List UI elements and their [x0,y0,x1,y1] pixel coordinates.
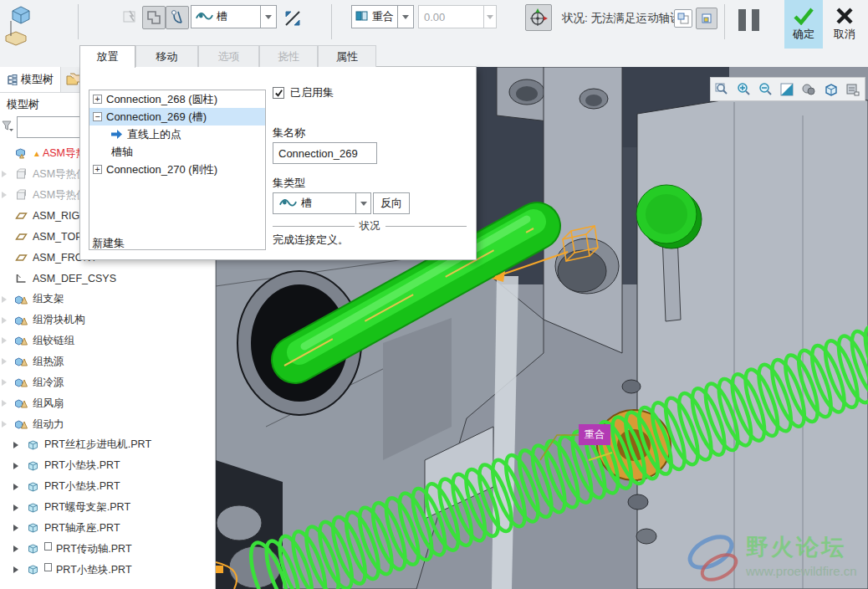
model-tree-item-label: PRT螺母支架.PRT [44,500,130,515]
repaint-icon[interactable] [776,79,798,100]
tab-0[interactable]: 放置 [79,45,135,68]
cancel-label: 取消 [834,27,855,42]
placement-panel: +Connection_268 (圆柱)−Connection_269 (槽)直… [79,67,477,260]
window-docked-button[interactable] [696,8,717,29]
zoom-out-icon[interactable] [754,79,776,100]
expander[interactable] [13,522,22,534]
coincident-badge[interactable]: 重合 [579,424,610,445]
new-set-link[interactable]: 新建集 [92,236,125,251]
connection-type-dropdown-arrow[interactable] [261,5,277,28]
expander[interactable] [2,168,10,180]
point-on-line-icon [111,130,123,139]
cancel-button[interactable]: 取消 [825,0,865,49]
expander[interactable] [13,543,22,555]
expander[interactable] [2,397,10,409]
flip-orientation-icon[interactable] [283,8,303,32]
pin-constraint-button[interactable] [166,6,189,29]
connection-tree-row[interactable]: −Connection_269 (槽) [89,108,265,125]
enabled-set-checkbox[interactable] [273,87,284,99]
set-name-input[interactable]: Connection_269 [273,142,377,164]
dashboard-tabs: 放置移动选项挠性属性 [79,45,477,67]
set-type-dropdown-arrow[interactable] [356,192,371,214]
connection-tree-row[interactable]: 槽轴 [89,143,265,161]
pause-button[interactable] [733,5,764,35]
model-tree-item-label: ASM导热仪 [33,167,87,182]
expander[interactable] [2,418,10,430]
model-tree-item-label: 组支架 [33,292,64,306]
model-tree-item[interactable]: PRT小垫块.PRT [0,560,216,581]
asm-gray-icon [14,188,28,202]
tree-icon [7,74,18,85]
enabled-set-row[interactable]: 已启用集 [273,85,334,100]
model-tree-item-label: PRT小垫块.PRT [44,479,120,494]
model-tree-item[interactable]: 组风扇 [0,393,216,414]
connection-tree-row[interactable]: 直线上的点 [89,125,265,143]
connection-feature-icon [4,4,36,51]
set-type-dropdown[interactable]: 槽 [273,192,356,214]
zoom-in-icon[interactable] [733,79,754,100]
connection-tree-row[interactable]: +Connection_268 (圆柱) [89,90,265,108]
placement-toggle-button[interactable] [142,6,166,29]
ok-button[interactable]: 确定 [784,0,823,49]
flip-button[interactable]: 反向 [373,192,410,214]
expander[interactable] [13,564,22,576]
model-tree-item[interactable]: PRT传动轴.PRT [0,539,216,560]
model-tree-header: 模型树 [7,97,39,112]
tree-expander-icon[interactable]: + [93,95,102,104]
view-manager-icon[interactable] [841,79,863,100]
display-style-icon[interactable] [798,79,819,100]
window-preview-button[interactable] [674,9,692,28]
model-tree-item[interactable]: PRT小垫块.PRT [0,476,216,497]
expander[interactable] [13,502,22,514]
constraint-dropdown-arrow[interactable] [398,5,414,28]
tree-expander-icon[interactable]: + [93,165,102,174]
model-tree-item[interactable]: PRT螺母支架.PRT [0,497,216,518]
filter-icon[interactable] [2,120,14,136]
motion-axis-button[interactable] [525,4,552,31]
model-tree-item-label: PRT小垫块.PRT [56,563,132,577]
expander[interactable] [13,460,22,472]
group-icon [14,417,28,431]
toolbar-separator [331,4,332,39]
connection-tree-row[interactable]: +Connection_270 (刚性) [89,161,265,178]
set-name-label: 集名称 [273,125,305,141]
model-tree-item[interactable]: PRT轴承座.PRT [0,518,216,539]
expander[interactable] [2,294,10,305]
model-tree-item[interactable]: 组热源 [0,351,216,372]
set-type-label: 集类型 [273,176,305,191]
constraint-dropdown[interactable]: 重合 [351,5,398,28]
tab-1[interactable]: 移动 [135,45,198,67]
model-tree-item-label: 组冷源 [33,376,64,390]
model-tree-item[interactable]: 组滑块机构 [0,310,216,330]
model-tree-item[interactable]: 组冷源 [0,372,216,393]
expander[interactable] [2,376,10,388]
model-tree-item[interactable]: 组铰链组 [0,330,216,351]
offset-dropdown-arrow[interactable] [484,5,497,28]
tree-expander-icon[interactable]: − [93,112,102,121]
expander[interactable] [2,315,10,326]
coincident-icon [355,10,369,24]
expander[interactable] [2,189,10,201]
model-tree-item[interactable]: PRT小垫块.PRT [0,455,216,476]
drag-components-button[interactable] [119,6,142,29]
model-tree-item[interactable]: 组动力 [0,414,216,435]
model-tree-item[interactable]: PRT丝杠步进电机.PRT [0,434,216,455]
expander[interactable] [2,335,10,346]
plane-icon [14,209,28,223]
part-icon [26,563,40,576]
connection-label: Connection_268 (圆柱) [106,92,217,107]
offset-value-input[interactable]: 0.00 [418,5,484,28]
connection-type-dropdown[interactable]: 槽 [191,5,261,28]
expander[interactable] [13,439,22,451]
zoom-window-icon[interactable] [711,79,733,100]
expander[interactable] [13,481,22,493]
tab-2: 选项 [198,45,259,67]
tab-4[interactable]: 属性 [318,45,376,67]
expander[interactable] [2,356,10,367]
enabled-set-label: 已启用集 [290,85,334,100]
model-tree-item[interactable]: ASM_DEF_CSYS [0,268,216,289]
tab-model-tree[interactable]: 模型树 [0,67,61,92]
model-tree-item-label: PRT丝杠步进电机.PRT [44,438,151,452]
model-tree-item[interactable]: 组支架 [0,289,216,310]
hidden-line-cube-icon[interactable] [819,79,841,100]
